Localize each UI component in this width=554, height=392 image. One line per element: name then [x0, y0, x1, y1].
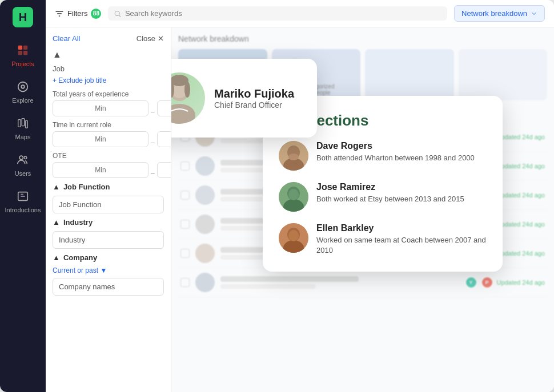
sidebar-item-explore[interactable]: Explore	[0, 73, 46, 110]
sidebar-item-users[interactable]: Users	[0, 146, 46, 183]
svg-rect-6	[18, 120, 21, 127]
experience-range: _	[53, 100, 164, 116]
filter-panel: Clear All Close ✕ ▲ Job + Exclude job ti…	[46, 27, 171, 392]
updated-4: Updated 24d ago	[497, 221, 545, 228]
company-header[interactable]: ▲ Company	[53, 253, 164, 262]
job-function-label: Job Function	[63, 183, 110, 191]
row-checkbox-6[interactable]	[180, 278, 190, 287]
industry-header[interactable]: ▲ Industry	[53, 218, 164, 227]
industry-select[interactable]: Industry	[53, 231, 164, 249]
sidebar-label-explore: Explore	[12, 97, 33, 104]
badge-6b: P	[481, 276, 493, 289]
network-breakdown-button[interactable]: Network breakdown	[454, 5, 545, 22]
chevron-up-icon-2: ▲	[53, 218, 60, 227]
chevron-down-icon-2: ▼	[100, 266, 107, 274]
row-checkbox-4[interactable]	[180, 220, 190, 229]
content-area: Clear All Close ✕ ▲ Job + Exclude job ti…	[46, 27, 554, 392]
conn-desc-1: Both attended Wharton between 1998 and 2…	[316, 153, 475, 163]
job-label: Job	[53, 64, 65, 73]
svg-point-14	[171, 104, 195, 124]
conn-avatar-image-1	[279, 141, 308, 171]
current-role-max[interactable]	[157, 131, 171, 147]
conn-name-3: Ellen Barkley	[316, 223, 487, 233]
experience-max[interactable]	[157, 100, 171, 116]
projects-icon	[15, 42, 31, 58]
conn-avatar-2	[279, 182, 308, 212]
svg-point-30	[288, 230, 299, 241]
row-checkbox-2[interactable]	[180, 161, 190, 171]
range-sep-2: _	[151, 135, 155, 143]
sidebar-label-users: Users	[15, 170, 31, 177]
updated-6: Updated 24d ago	[497, 279, 545, 286]
profile-info: Mariko Fujioka Chief Brand Officer	[214, 87, 294, 110]
clear-all-button[interactable]: Clear All	[53, 34, 80, 43]
sidebar-item-projects[interactable]: Projects	[0, 37, 46, 73]
introductions-icon	[15, 188, 31, 204]
profile-popup: Mariko Fujioka Chief Brand Officer	[171, 59, 317, 138]
filter-icon	[55, 9, 64, 18]
current-or-past-link[interactable]: Current or past ▼	[53, 266, 164, 274]
current-role-min[interactable]	[53, 131, 148, 147]
filters-label: Filters	[67, 9, 87, 18]
top-bar: Filters 88 Network breakdown	[46, 0, 554, 27]
svg-point-22	[288, 153, 299, 160]
svg-point-5	[21, 85, 25, 88]
users-icon	[15, 152, 31, 168]
search-input[interactable]	[125, 9, 441, 18]
updated-3: Updated 24d ago	[497, 192, 545, 199]
job-function-header[interactable]: ▲ Job Function	[53, 183, 164, 191]
svg-rect-3	[23, 51, 27, 55]
collapse-arrow[interactable]: ▲	[53, 50, 164, 60]
updated-1: Updated 24d ago	[497, 134, 545, 140]
avatar-5	[195, 244, 215, 263]
job-function-select[interactable]: Job Function	[53, 196, 164, 213]
exclude-job-title-link[interactable]: + Exclude job title	[53, 76, 164, 84]
profile-name: Mariko Fujioka	[214, 87, 294, 100]
badge-6a: Y	[465, 276, 477, 289]
conn-name-1: Dave Rogers	[316, 141, 475, 151]
svg-rect-2	[18, 51, 22, 55]
search-icon	[114, 10, 122, 18]
ote-min[interactable]	[53, 162, 148, 178]
conn-avatar-image-3	[279, 223, 308, 253]
ote-max[interactable]	[157, 162, 171, 178]
svg-point-10	[24, 156, 27, 159]
current-role-label: Time in current role	[53, 121, 164, 129]
svg-point-26	[288, 189, 299, 200]
sidebar-item-introductions[interactable]: Introductions	[0, 183, 46, 219]
network-breakdown-title: Network breakdown	[178, 34, 547, 43]
logo: H	[13, 7, 33, 27]
filters-button[interactable]: Filters 88	[55, 9, 101, 19]
company-names-select[interactable]: Company names	[53, 278, 164, 296]
conn-desc-2: Both worked at Etsy between 2013 and 201…	[316, 194, 464, 204]
updated-5: Updated 24d ago	[497, 250, 545, 257]
network-card-3	[365, 49, 454, 100]
maps-icon	[15, 115, 31, 131]
panel-header: Clear All Close ✕	[53, 34, 164, 43]
svg-point-9	[19, 156, 23, 159]
sidebar: H Projects Explore	[0, 0, 46, 392]
conn-info-1: Dave Rogers Both attended Wharton betwee…	[316, 141, 475, 163]
connection-item-1: Dave Rogers Both attended Wharton betwee…	[279, 141, 487, 171]
sidebar-label-maps: Maps	[15, 134, 31, 140]
profile-avatar-image	[171, 72, 202, 124]
filters-badge: 88	[91, 9, 101, 19]
row-checkbox-5[interactable]	[180, 249, 190, 258]
close-button[interactable]: Close ✕	[137, 34, 164, 43]
connection-item-2: Jose Ramirez Both worked at Etsy between…	[279, 182, 487, 212]
conn-info-2: Jose Ramirez Both worked at Etsy between…	[316, 182, 464, 204]
sub-bar-6	[220, 284, 316, 289]
svg-rect-8	[26, 120, 28, 128]
experience-min[interactable]	[53, 100, 148, 116]
search-bar	[108, 6, 447, 21]
avatar-4	[195, 215, 215, 234]
results-area: Network breakdown Uncategorized 000 Peop…	[171, 27, 554, 392]
sidebar-label-introductions: Introductions	[5, 207, 41, 213]
svg-point-18	[184, 82, 190, 98]
row-checkbox-3[interactable]	[180, 191, 190, 200]
chevron-up-icon: ▲	[53, 183, 60, 191]
sidebar-item-maps[interactable]: Maps	[0, 110, 46, 146]
svg-rect-0	[18, 46, 22, 50]
current-role-range: _	[53, 131, 164, 147]
experience-label: Total years of experience	[53, 90, 164, 98]
